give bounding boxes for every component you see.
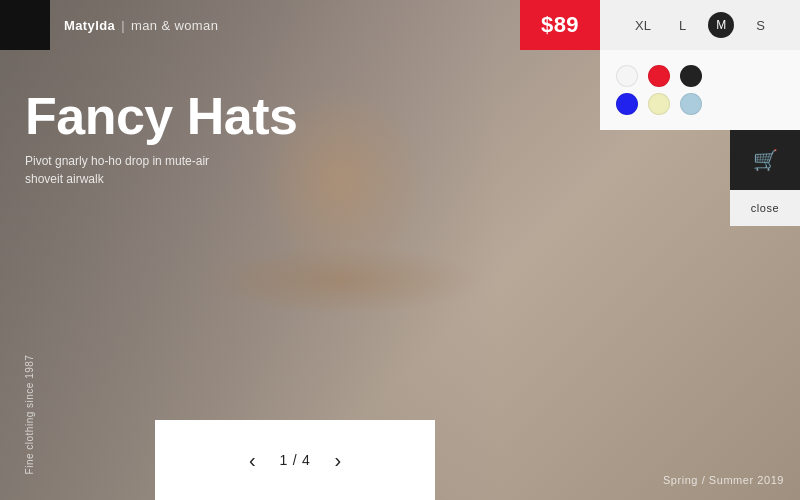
pagination-total: 4 [302,452,311,468]
color-light-blue[interactable] [680,93,702,115]
color-selector [600,50,800,130]
product-desc-line2: shoveit airwalk [25,172,104,186]
price-block: $89 [520,0,600,50]
product-description: Pivot gnarly ho-ho drop in mute-air shov… [25,152,225,188]
size-option-l[interactable]: L [673,14,692,37]
product-info: Fancy Hats Pivot gnarly ho-ho drop in mu… [25,90,297,188]
size-option-xl[interactable]: XL [629,14,657,37]
pagination-counter: 1 / 4 [280,452,311,468]
cart-icon: 🛒 [753,148,778,172]
color-red[interactable] [648,65,670,87]
logo-block [0,0,50,50]
prev-button[interactable]: ‹ [249,449,256,472]
color-row-1 [616,65,784,87]
close-label: close [751,202,779,214]
cart-button[interactable]: 🛒 [730,130,800,190]
price-value: $89 [541,12,579,38]
brand-subtitle: man & woman [131,18,218,33]
product-desc-line1: Pivot gnarly ho-ho drop in mute-air [25,154,209,168]
pagination-current: 1 [280,452,289,468]
brand-area: Matylda | man & woman [50,18,218,33]
color-blue[interactable] [616,93,638,115]
brand-separator: | [121,18,125,33]
color-white[interactable] [616,65,638,87]
vertical-tagline: Fine clothing since 1987 [24,355,35,475]
next-button[interactable]: › [334,449,341,472]
close-button[interactable]: close [730,190,800,226]
season-label: Spring / Summer 2019 [663,474,784,486]
brand-name: Matylda [64,18,115,33]
pagination: ‹ 1 / 4 › [155,420,435,500]
product-title: Fancy Hats [25,90,297,142]
size-option-m[interactable]: M [708,12,734,38]
color-cream[interactable] [648,93,670,115]
color-black[interactable] [680,65,702,87]
size-option-s[interactable]: S [750,14,771,37]
color-row-2 [616,93,784,115]
size-selector: XL L M S [600,0,800,50]
